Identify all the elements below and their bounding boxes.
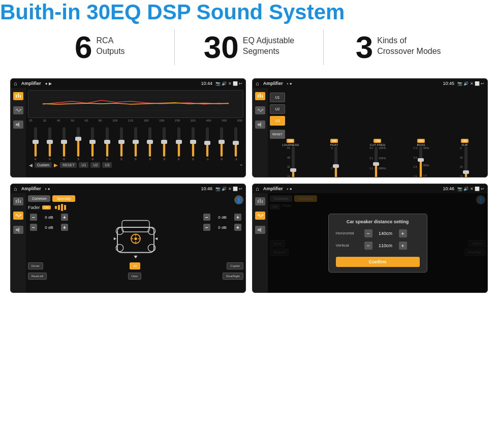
eq-sidebar-eq-icon[interactable] xyxy=(13,92,23,100)
dialog-sidebar-wave-icon[interactable] xyxy=(255,212,265,220)
home-icon[interactable]: ⌂ xyxy=(14,80,17,86)
stat-rca-number: 6 xyxy=(75,32,92,63)
fader-btn-rearleft[interactable]: RearLeft xyxy=(28,273,47,280)
cx-phat-on[interactable]: ON xyxy=(330,139,338,143)
eq-slider-8[interactable]: 0 xyxy=(144,127,157,161)
dialog-vertical-plus[interactable]: + xyxy=(399,242,407,250)
fader-sidebar-eq-icon[interactable] xyxy=(13,197,23,205)
fader-tab-common[interactable]: Common xyxy=(28,195,50,202)
eq-u2-btn[interactable]: U2 xyxy=(90,162,100,168)
vol-controls-left: − 0 dB + − 0 dB + xyxy=(30,214,68,259)
svg-rect-1 xyxy=(18,94,19,98)
vol-fl-plus[interactable]: + xyxy=(61,214,68,221)
eq-slider-1[interactable]: 0 xyxy=(43,127,56,161)
eq-slider-5[interactable]: 0 xyxy=(101,127,113,161)
vol-rl-minus[interactable]: − xyxy=(30,224,37,231)
eq-slider-12[interactable]: -1 xyxy=(201,127,213,161)
cx-loudness-scale: 644832160 xyxy=(287,146,291,177)
cx-sub-slider[interactable]: G2015105 0 xyxy=(444,146,485,177)
eq-slider-2[interactable]: 0 xyxy=(57,127,70,161)
dialog-sidebar-eq-icon[interactable] xyxy=(255,197,265,205)
fader-sidebar-volume-icon[interactable] xyxy=(13,226,23,234)
eq-reset-btn[interactable]: RESET xyxy=(60,162,77,168)
eq-slider-10[interactable]: 0 xyxy=(172,127,185,161)
fader-btn-user[interactable]: User xyxy=(128,273,142,280)
cx-u1-btn[interactable]: U1 xyxy=(270,93,285,102)
eq-slider-4[interactable]: 0 xyxy=(86,127,99,161)
page-header: Buith-in 30EQ DSP Sound System xyxy=(0,0,498,24)
cx-cutfreq-scale2: 100Hz100Hz80KHz60Hz xyxy=(379,146,386,177)
eq-slider-14[interactable]: -1 xyxy=(230,127,242,161)
eq-sidebar-wave-icon[interactable] xyxy=(13,106,23,114)
cx-u2-btn[interactable]: U2 xyxy=(270,104,285,114)
cx-sub-on[interactable]: ON xyxy=(461,139,469,143)
cx-content: U1 U2 U3 RESET ON LOUDNESS 644832160 xyxy=(253,88,487,177)
eq-prev-arrow[interactable]: ◀ xyxy=(29,163,33,168)
cx-phat-slider[interactable]: GF xyxy=(314,146,355,177)
eq-slider-3[interactable]: 5 xyxy=(72,127,85,161)
cx-bass-on[interactable]: ON xyxy=(417,139,425,143)
fader-sidebar xyxy=(11,193,26,292)
fader-home-icon[interactable]: ⌂ xyxy=(14,186,17,192)
cx-status-bar: ⌂ Amplifier ▪ ● 10:45 📷 🔊 ✕ ⬜ ↩ xyxy=(253,79,487,88)
eq-slider-9[interactable]: 0 xyxy=(158,127,171,161)
screen-eq: ⌂ Amplifier ● ▶ 10:44 📷 🔊 ✕ ⬜ ↩ xyxy=(10,78,246,177)
eq-slider-6[interactable]: 0 xyxy=(115,127,128,161)
cx-sidebar-volume-icon[interactable] xyxy=(255,121,265,129)
stat-divider-2 xyxy=(323,29,324,65)
fader-sidebar-wave-icon[interactable] xyxy=(13,212,23,220)
eq-slider-7[interactable]: 0 xyxy=(129,127,142,161)
eq-slider-11[interactable]: 0 xyxy=(186,127,199,161)
fader-on-badge[interactable]: ON xyxy=(42,205,51,210)
cx-cutfreq-on[interactable]: ON xyxy=(374,139,381,143)
fader-btn-rearright[interactable]: RearRight xyxy=(223,273,243,280)
cx-loudness-on[interactable]: ON xyxy=(287,139,294,143)
dialog-vertical-minus[interactable]: − xyxy=(364,242,372,250)
eq-u3-btn[interactable]: U3 xyxy=(102,162,112,168)
vol-rr-plus[interactable]: + xyxy=(234,224,241,231)
fader-label-row: Fader ON xyxy=(28,204,243,211)
dialog-confirm-button[interactable]: Confirm xyxy=(336,257,420,267)
eq-slider-0[interactable]: 0 xyxy=(29,127,42,161)
cx-reset-btn[interactable]: RESET xyxy=(270,130,285,139)
dialog-sidebar-volume-icon[interactable] xyxy=(255,226,265,234)
eq-more-arrow[interactable]: » xyxy=(240,163,242,167)
dialog-horizontal-minus[interactable]: − xyxy=(364,229,372,237)
fader-bars xyxy=(55,204,66,211)
cx-sidebar-eq-icon[interactable] xyxy=(255,92,265,100)
cx-cutfreq-slider[interactable]: 3.02.11.30.5 100Hz100Hz80KHz60Hz xyxy=(357,146,398,177)
fader-app-name: Amplifier xyxy=(21,186,41,191)
fader-btn-driver[interactable]: Driver xyxy=(28,262,43,270)
user-profile-icon[interactable]: 👤 xyxy=(234,195,243,204)
eq-preset-label[interactable]: Custom xyxy=(35,162,52,168)
cx-sidebar-wave-icon[interactable] xyxy=(255,106,265,114)
cx-sidebar xyxy=(253,88,268,177)
dialog-home-icon[interactable]: ⌂ xyxy=(256,186,259,192)
eq-play-btn[interactable]: ▶ xyxy=(54,162,58,168)
cx-home-icon[interactable]: ⌂ xyxy=(256,80,259,86)
fader-btn-all[interactable]: All xyxy=(130,262,140,270)
stat-rca-text: RCA Outputs xyxy=(97,32,125,57)
stat-eq-number: 30 xyxy=(204,32,239,63)
cx-bass-slider[interactable]: F G3.02.52.01.5 90Hz80Hz1.070Hz xyxy=(400,146,442,177)
eq-u1-btn[interactable]: U1 xyxy=(79,162,88,168)
dialog-title: Car speaker distance setting xyxy=(336,219,420,224)
car-diagram-area: − 0 dB + − 0 dB + xyxy=(28,214,243,259)
dialog-horizontal-plus[interactable]: + xyxy=(399,229,407,237)
fader-btn-copilot[interactable]: Copilot xyxy=(227,262,243,270)
cx-loudness-slider[interactable]: 644832160 xyxy=(270,146,312,177)
fader-tab-specialty[interactable]: Specialty xyxy=(52,195,75,202)
cx-u3-btn[interactable]: U3 xyxy=(270,116,285,126)
eq-time: 10:44 xyxy=(201,81,213,86)
vol-rl-plus[interactable]: + xyxy=(61,224,68,231)
eq-sliders: 0 0 0 5 0 0 0 0 0 0 0 0 -1 0 -1 xyxy=(28,123,243,161)
vol-fr-minus[interactable]: − xyxy=(203,214,210,221)
vol-fl-minus[interactable]: − xyxy=(30,214,37,221)
vol-rr-minus[interactable]: − xyxy=(203,224,210,231)
eq-freq-labels: 253240506380100125160200250320400500630 xyxy=(28,118,243,123)
vol-fr-plus[interactable]: + xyxy=(234,214,241,221)
eq-sidebar-volume-icon[interactable] xyxy=(13,121,23,129)
eq-slider-13[interactable]: 0 xyxy=(215,127,228,161)
eq-status-bar: ⌂ Amplifier ● ▶ 10:44 📷 🔊 ✕ ⬜ ↩ xyxy=(11,79,245,88)
cx-phat-scale: GF xyxy=(330,146,333,177)
